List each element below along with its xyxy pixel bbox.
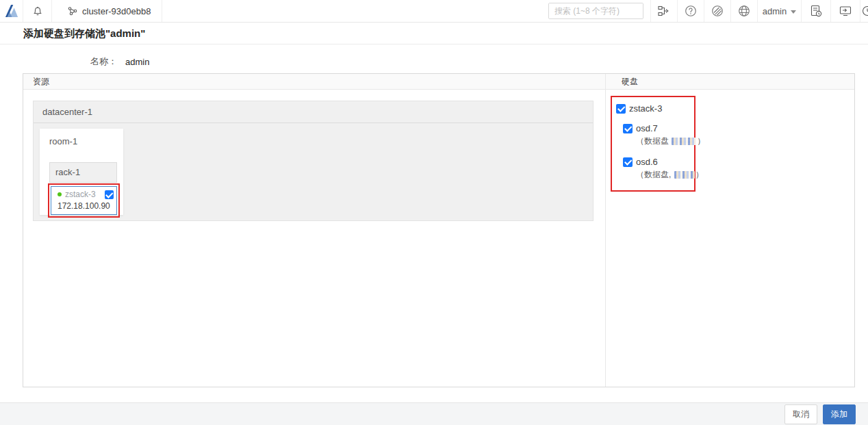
action-footer: 取消 添加 — [0, 402, 868, 425]
resources-header: 资源 — [23, 74, 606, 89]
disk-list-panel: zstack-3 osd.7 （数据盘 ） osd.6 — [606, 90, 854, 387]
language-button[interactable] — [730, 0, 757, 22]
datacenter-label: datacenter-1 — [34, 101, 593, 123]
app-logo[interactable] — [0, 0, 23, 22]
globe-icon — [738, 5, 750, 17]
host-node-ip: 172.18.100.90 — [58, 201, 114, 211]
clock-icon — [862, 5, 868, 16]
page-title: 添加硬盘到存储池"admin" — [0, 23, 868, 44]
notifications-button[interactable] — [23, 0, 52, 22]
topology-icon — [658, 5, 670, 16]
console-icon — [839, 5, 852, 17]
disk-info: （数据盘, ） — [636, 169, 694, 181]
settings-icon — [711, 5, 724, 17]
settings-button[interactable] — [704, 0, 730, 22]
history-button[interactable] — [860, 0, 868, 22]
disk-item: osd.6 （数据盘, ） — [623, 157, 694, 181]
redacted-disk-size — [672, 138, 696, 145]
console-button[interactable] — [830, 0, 860, 22]
disk-host-row: zstack-3 — [616, 103, 694, 114]
highlight-box-node: zstack-3 172.18.100.90 — [48, 183, 120, 218]
cancel-button[interactable]: 取消 — [784, 404, 817, 424]
brand-logo-icon — [4, 4, 19, 18]
disk-checkbox[interactable] — [623, 124, 633, 133]
help-icon — [685, 5, 697, 17]
task-log-button[interactable] — [801, 0, 830, 22]
cluster-selector[interactable]: cluster-93d0ebb8 — [52, 0, 162, 22]
add-disk-to-pool-page: cluster-93d0ebb8 — [0, 0, 868, 425]
room-container: room-1 rack-1 zstack-3 172.18.100.90 — [40, 129, 123, 215]
bell-icon — [32, 5, 43, 16]
host-node-card[interactable]: zstack-3 172.18.100.90 — [51, 186, 117, 215]
host-node-checkbox[interactable] — [105, 190, 114, 199]
help-button[interactable] — [677, 0, 704, 22]
name-value: admin — [125, 57, 149, 67]
host-node-name: zstack-3 — [65, 190, 105, 199]
task-log-icon — [810, 5, 822, 17]
disk-name: osd.6 — [636, 157, 658, 167]
disk-info: （数据盘 ） — [636, 136, 694, 147]
top-bar: cluster-93d0ebb8 — [0, 0, 868, 23]
resource-tree-panel: datacenter-1 room-1 rack-1 zstack-3 — [23, 90, 606, 387]
name-field-row: 名称： admin — [90, 55, 149, 68]
top-bar-right: admin — [548, 0, 868, 22]
rack-label: rack-1 — [49, 162, 117, 183]
title-bar: 添加硬盘到存储池"admin" — [0, 23, 868, 44]
cluster-name: cluster-93d0ebb8 — [82, 6, 151, 16]
disk-host-name: zstack-3 — [629, 103, 662, 114]
topology-button[interactable] — [650, 0, 677, 22]
name-label: 名称： — [90, 55, 117, 68]
room-label: room-1 — [40, 129, 123, 146]
user-menu[interactable]: admin — [757, 0, 801, 22]
disk-item: osd.7 （数据盘 ） — [623, 123, 694, 147]
highlight-box-disks: zstack-3 osd.7 （数据盘 ） osd.6 — [611, 96, 695, 192]
redacted-disk-size — [674, 171, 695, 179]
cluster-icon — [68, 6, 77, 16]
add-button[interactable]: 添加 — [823, 404, 856, 424]
selection-panel: 资源 硬盘 datacenter-1 room-1 rack-1 — [23, 73, 855, 387]
panel-header: 资源 硬盘 — [23, 74, 854, 90]
chevron-down-icon — [791, 10, 796, 14]
disk-name: osd.7 — [636, 123, 658, 133]
disk-checkbox[interactable] — [623, 157, 633, 167]
search-input[interactable] — [549, 3, 643, 18]
status-online-icon — [58, 192, 62, 196]
global-search — [548, 3, 643, 19]
user-name: admin — [763, 6, 787, 16]
disk-host-checkbox[interactable] — [616, 104, 626, 114]
disks-header: 硬盘 — [606, 74, 854, 89]
datacenter-container: datacenter-1 room-1 rack-1 zstack-3 — [33, 101, 593, 221]
